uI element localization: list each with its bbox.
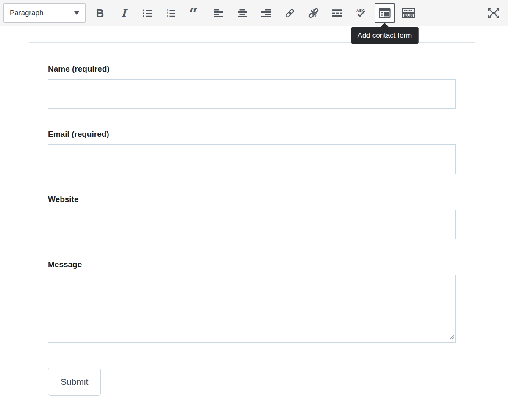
- fullscreen-icon: [486, 7, 501, 19]
- field-message: Message: [48, 260, 456, 343]
- numbered-list-icon: 1 2 3: [166, 8, 176, 18]
- align-left-button[interactable]: [208, 3, 229, 23]
- field-name: Name (required): [48, 64, 456, 109]
- submit-button[interactable]: Submit: [48, 368, 101, 396]
- bold-icon: B: [96, 8, 104, 19]
- align-center-icon: [237, 8, 247, 18]
- contact-form-preview: Name (required) Email (required) Website…: [29, 42, 475, 414]
- paragraph-dropdown[interactable]: Paragraph: [3, 3, 86, 23]
- blockquote-button[interactable]: “: [185, 3, 205, 23]
- tooltip-text: Add contact form: [358, 31, 412, 39]
- align-right-icon: [261, 8, 271, 18]
- align-right-button[interactable]: [256, 3, 276, 23]
- svg-text:3: 3: [167, 14, 169, 18]
- chevron-down-icon: [74, 11, 79, 15]
- fullscreen-button[interactable]: [483, 3, 504, 23]
- website-input[interactable]: [48, 210, 456, 239]
- bullet-list-button[interactable]: [137, 3, 158, 23]
- field-label-email: Email (required): [48, 129, 456, 139]
- link-button[interactable]: [280, 3, 300, 23]
- field-label-website: Website: [48, 194, 456, 204]
- bullet-list-icon: [142, 8, 153, 18]
- email-input[interactable]: [48, 144, 456, 174]
- paragraph-dropdown-value: Paragraph: [10, 9, 43, 17]
- spellcheck-button[interactable]: ABC: [351, 3, 371, 23]
- unlink-icon: [308, 8, 319, 19]
- italic-button[interactable]: I: [114, 3, 134, 23]
- align-center-button[interactable]: [232, 3, 253, 23]
- blockquote-icon: “: [189, 8, 200, 19]
- keyboard-icon: [402, 8, 415, 18]
- field-label-message: Message: [48, 260, 456, 269]
- keyboard-button[interactable]: [398, 3, 419, 23]
- field-email: Email (required): [48, 129, 456, 174]
- name-input[interactable]: [48, 79, 456, 109]
- tooltip-add-contact-form: Add contact form: [351, 27, 419, 44]
- unlink-button[interactable]: [303, 3, 324, 23]
- italic-icon: I: [121, 8, 126, 18]
- field-website: Website: [48, 194, 456, 239]
- add-contact-form-button[interactable]: [375, 3, 395, 23]
- contact-form-icon: [379, 8, 391, 18]
- align-left-icon: [214, 8, 224, 18]
- read-more-button[interactable]: [327, 3, 347, 23]
- editor-toolbar: Paragraph B I 1 2 3 “: [0, 0, 508, 26]
- message-textarea-wrap: [48, 275, 456, 343]
- spellcheck-icon: ABC: [356, 8, 366, 18]
- read-more-icon: [332, 8, 342, 18]
- svg-text:“: “: [189, 8, 198, 19]
- bold-button[interactable]: B: [90, 3, 110, 23]
- link-icon: [284, 8, 295, 19]
- message-textarea[interactable]: [48, 275, 456, 343]
- numbered-list-button[interactable]: 1 2 3: [161, 3, 181, 23]
- editor-canvas: Name (required) Email (required) Website…: [0, 42, 508, 414]
- field-label-name: Name (required): [48, 64, 456, 74]
